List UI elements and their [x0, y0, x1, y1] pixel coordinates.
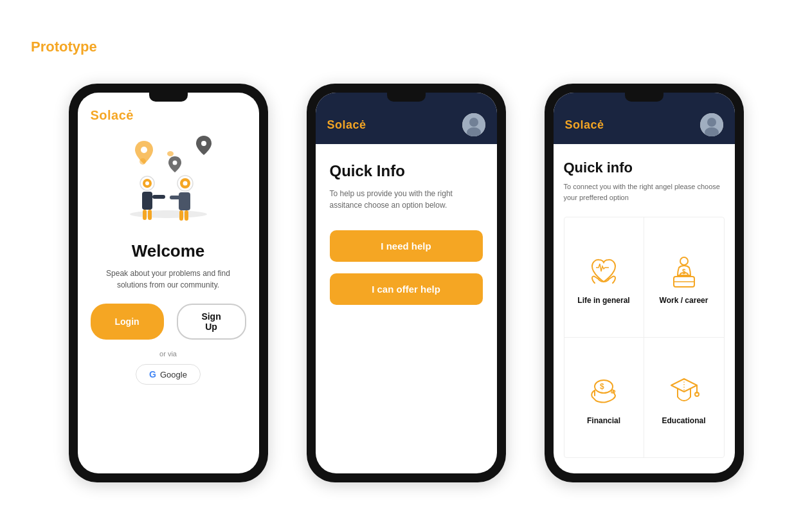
svg-point-26: [680, 257, 688, 265]
option-financial-label: Financial: [587, 416, 620, 425]
phone3-avatar: [700, 113, 723, 136]
page-label: Prototype: [31, 39, 97, 55]
svg-rect-10: [148, 210, 152, 220]
welcome-subtitle: Speak about your problems and find solut…: [91, 268, 246, 291]
phone1-logo: Solacė: [91, 108, 134, 123]
financial-icon: $: [586, 374, 622, 410]
phones-container: Solacė: [0, 84, 812, 482]
quick-info-title3: Quick info: [564, 160, 725, 176]
phone1-content: Solacė: [78, 93, 259, 473]
svg-text:$: $: [682, 268, 686, 275]
notch-2: [387, 93, 426, 102]
svg-point-24: [707, 118, 716, 127]
quick-info-title: Quick Info: [330, 162, 483, 180]
welcome-illustration: [104, 131, 233, 233]
need-help-button[interactable]: I need help: [330, 230, 483, 262]
google-button[interactable]: G Google: [136, 364, 201, 385]
option-career-label: Work / career: [660, 296, 708, 305]
phone2-logo: Solacė: [327, 118, 366, 132]
svg-text:$: $: [600, 382, 604, 391]
quick-info-subtitle3: To connect you with the right angel plea…: [564, 181, 725, 203]
life-icon: [586, 253, 622, 289]
phone2-avatar: [462, 113, 485, 136]
svg-rect-18: [170, 196, 183, 199]
svg-point-7: [145, 181, 149, 185]
svg-point-1: [141, 147, 147, 153]
svg-point-14: [183, 181, 187, 186]
svg-point-3: [172, 161, 177, 165]
phone3-logo: Solacė: [565, 118, 604, 132]
svg-point-2: [201, 141, 206, 146]
phone2-body: Quick Info To help us provide you with t…: [316, 144, 497, 473]
svg-point-34: [695, 392, 699, 396]
educational-icon: [666, 374, 702, 410]
svg-rect-8: [142, 192, 152, 210]
auth-buttons: Login Sign Up: [91, 304, 246, 340]
google-icon: G: [149, 369, 156, 379]
phone-2: Solacė Quick Info To help us provide you…: [307, 84, 506, 482]
option-life-label: Life in general: [577, 296, 629, 305]
offer-help-button[interactable]: I can offer help: [330, 273, 483, 305]
svg-rect-9: [143, 210, 147, 220]
svg-point-19: [167, 151, 174, 156]
option-career[interactable]: $ Work / career: [644, 217, 724, 338]
quick-info-subtitle: To help us provide you with the right as…: [330, 188, 483, 211]
or-via-text: or via: [159, 350, 177, 358]
career-icon: $: [666, 253, 702, 289]
signup-button[interactable]: Sign Up: [177, 304, 246, 340]
options-grid: Life in general $: [564, 217, 725, 458]
svg-point-21: [469, 118, 478, 127]
option-educational-label: Educational: [662, 416, 705, 425]
phone-1: Solacė: [69, 84, 268, 482]
svg-rect-11: [152, 195, 165, 199]
option-educational[interactable]: Educational: [644, 338, 724, 457]
welcome-title: Welcome: [132, 241, 205, 261]
svg-point-4: [130, 210, 207, 218]
option-life[interactable]: Life in general: [564, 217, 644, 338]
phone3-body: Quick info To connect you with the right…: [554, 144, 735, 473]
notch-1: [149, 93, 188, 102]
svg-rect-15: [179, 192, 190, 210]
login-button[interactable]: Login: [91, 304, 164, 340]
svg-rect-17: [185, 210, 188, 221]
notch-3: [625, 93, 663, 102]
google-label: Google: [160, 370, 187, 379]
svg-rect-16: [179, 210, 183, 221]
phone-3: Solacė Quick info To connect you with th…: [545, 84, 744, 482]
option-financial[interactable]: $ Financial: [564, 338, 644, 457]
